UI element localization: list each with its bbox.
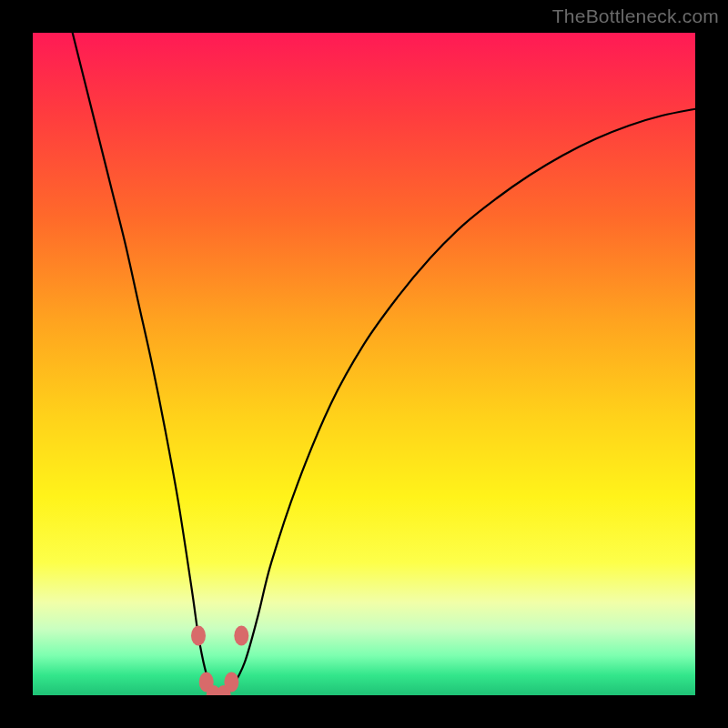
curve-svg (33, 33, 695, 695)
watermark-text: TheBottleneck.com (552, 5, 719, 27)
curve-marker (191, 625, 206, 645)
curve-marker (224, 672, 238, 692)
plot-area (33, 33, 695, 695)
chart-frame: TheBottleneck.com (0, 0, 728, 728)
bottleneck-curve (73, 33, 695, 695)
curve-marker (234, 625, 248, 645)
curve-markers (191, 625, 248, 695)
